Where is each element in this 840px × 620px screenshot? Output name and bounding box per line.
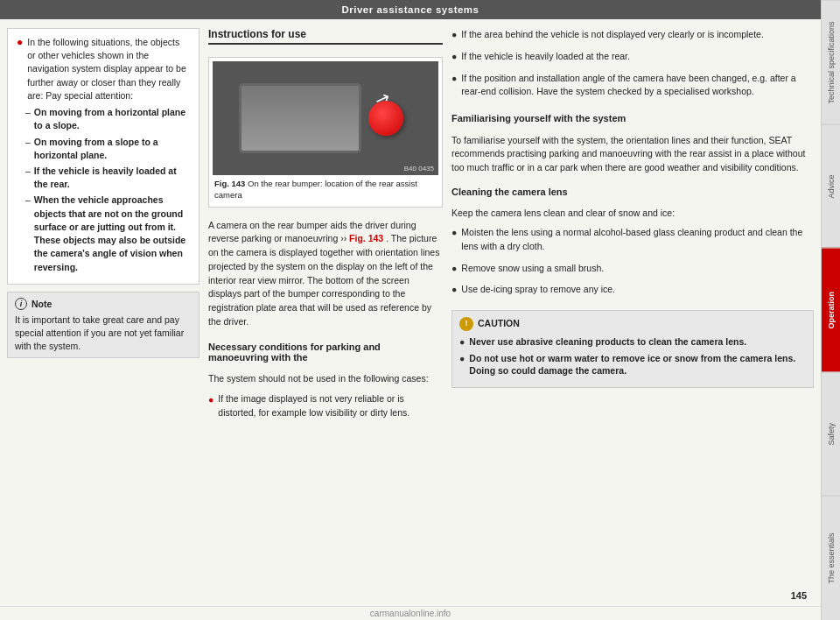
warning-item-2: – On moving from a slope to a horizontal… [25, 136, 190, 162]
cleaning-title: Cleaning the camera lens [452, 185, 814, 200]
sidebar-tab-essentials[interactable]: The essentials [822, 496, 840, 620]
condition-bullet-1: ● If the image displayed is not very rel… [208, 392, 443, 419]
cleaning-bullet-3: ● Use de-icing spray to remove any ice. [452, 283, 814, 297]
right-text-3: If the position and installation angle o… [461, 72, 814, 100]
right-text-1: If the area behind the vehicle is not di… [461, 28, 764, 42]
caution-bullet-1: ● Never use abrasive cleaning products t… [459, 335, 806, 349]
cleaning-text-2: Remove snow using a small brush. [461, 262, 604, 276]
fig-caption-text: On the rear bumper: location of the rear… [214, 179, 417, 200]
warning-item-1: – On moving from a horizontal plane to a… [25, 106, 190, 132]
clean-dot-2: ● [452, 262, 457, 276]
page-number: 145 [791, 588, 814, 604]
middle-column: Instructions for use ↗ B40 0435 Fig. 1 [208, 28, 443, 580]
caution-dot-2: ● [459, 352, 465, 377]
fig-code: B40 0435 [404, 165, 434, 173]
image-caption: Fig. 143 On the rear bumper: location of… [213, 175, 438, 203]
warning-item-3: – If the vehicle is heavily loaded at th… [25, 165, 190, 191]
right-text-2: If the vehicle is heavily loaded at the … [461, 50, 630, 64]
main-text-1: A camera on the rear bumper aids the dri… [208, 220, 416, 244]
note-text: It is important to take great care and p… [15, 314, 184, 350]
sidebar-tab-safety[interactable]: Safety [822, 372, 840, 497]
bullet-dot-1: ● [208, 393, 214, 419]
right-dot-2: ● [452, 50, 457, 64]
clean-dot-1: ● [452, 226, 457, 254]
caution-title: CAUTION [478, 317, 520, 331]
tab-label-operation: Operation [827, 292, 836, 329]
cleaning-text-3: Use de-icing spray to remove any ice. [461, 283, 615, 297]
right-bullet-2: ● If the vehicle is heavily loaded at th… [452, 50, 814, 64]
sidebar-tab-technical[interactable]: Technical specifications [822, 0, 840, 124]
tab-label-advice: Advice [827, 174, 836, 198]
caution-header: ! CAUTION [459, 317, 806, 331]
caution-text-1: Never use abrasive cleaning products to … [469, 335, 746, 349]
warning-bullet-dot: ● [17, 35, 23, 102]
sidebar-tabs: Technical specifications Advice Operatio… [821, 0, 840, 620]
header-title: Driver assistance systems [342, 4, 480, 15]
cleaning-bullet-1: ● Moisten the lens using a normal alcoho… [452, 226, 814, 254]
main-paragraph: A camera on the rear bumper aids the dri… [208, 219, 443, 329]
right-bullet-3: ● If the position and installation angle… [452, 72, 814, 100]
right-bullet-1: ● If the area behind the vehicle is not … [452, 28, 814, 42]
warning-indent-list: – On moving from a horizontal plane to a… [17, 106, 190, 274]
familiarising-title: Familiarising yourself with the system [452, 111, 814, 126]
watermark: carmanualonline.info [0, 606, 821, 620]
right-dot-1: ● [452, 28, 457, 42]
note-box: i Note It is important to take great car… [7, 292, 200, 359]
tab-label-technical: Technical specifications [827, 21, 836, 103]
warning-box: ● In the following situations, the objec… [7, 28, 200, 285]
caution-icon: ! [459, 317, 473, 331]
cleaning-intro: Keep the camera lens clean and clear of … [452, 207, 814, 221]
conditions-subheading: Necessary conditions for parking and man… [208, 342, 443, 363]
note-title: Note [32, 298, 52, 311]
camera-image: ↗ B40 0435 [213, 61, 438, 175]
fig-label: Fig. 143 [214, 179, 245, 188]
caution-dot-1: ● [459, 335, 465, 349]
page-header: Driver assistance systems [0, 0, 821, 19]
caution-text-2: Do not use hot or warm water to remove i… [469, 352, 806, 377]
tab-label-essentials: The essentials [827, 533, 836, 584]
tab-label-safety: Safety [827, 423, 836, 446]
clean-dot-3: ● [452, 283, 457, 297]
condition-text-1: If the image displayed is not very relia… [218, 392, 443, 419]
right-column: ● If the area behind the vehicle is not … [452, 28, 814, 580]
system-text: The system should not be used in the fol… [208, 372, 443, 386]
warning-item-4: – When the vehicle approaches objects th… [25, 194, 190, 273]
note-header: i Note [15, 298, 192, 311]
sidebar-tab-operation[interactable]: Operation [822, 248, 840, 372]
cleaning-bullet-2: ● Remove snow using a small brush. [452, 262, 814, 276]
note-icon: i [15, 298, 27, 310]
caution-bullet-2: ● Do not use hot or warm water to remove… [459, 352, 806, 377]
watermark-text: carmanualonline.info [370, 609, 451, 618]
fig-reference: Fig. 143 [349, 233, 383, 243]
camera-image-box: ↗ B40 0435 Fig. 143 On the rear bumper: … [208, 57, 443, 208]
cleaning-text-1: Moisten the lens using a normal alcohol-… [461, 226, 814, 254]
instructions-title: Instructions for use [208, 28, 443, 45]
familiarising-text: To familiarise yourself with the system,… [452, 134, 814, 175]
main-text-2: . The picture on the camera is displayed… [208, 233, 439, 327]
camera-display [239, 83, 361, 153]
left-column: ● In the following situations, the objec… [7, 28, 200, 580]
warning-main-text: In the following situations, the objects… [27, 36, 190, 102]
right-dot-3: ● [452, 72, 457, 100]
sidebar-tab-advice[interactable]: Advice [822, 124, 840, 249]
caution-box: ! CAUTION ● Never use abrasive cleaning … [452, 310, 814, 388]
